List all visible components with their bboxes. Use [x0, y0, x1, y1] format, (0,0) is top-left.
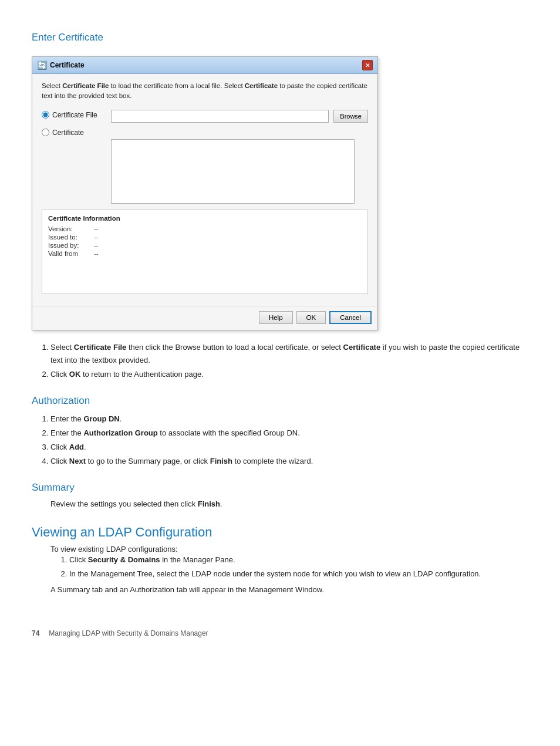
- page-number: 74: [32, 629, 39, 637]
- auth-step-2: Enter the Authorization Group to associa…: [50, 427, 528, 440]
- cert-radio-label[interactable]: Certificate: [42, 127, 106, 137]
- dialog-footer: Help OK Cancel: [32, 306, 377, 330]
- cert-issued-by-label: Issued by:: [48, 242, 90, 249]
- cancel-button[interactable]: Cancel: [329, 311, 372, 324]
- enter-cert-step-1: Select Certificate File then click the B…: [50, 341, 528, 367]
- cert-issued-by-value: --: [94, 242, 99, 249]
- cert-valid-from-label: Valid from: [48, 250, 90, 257]
- cert-valid-from-value: --: [94, 250, 99, 257]
- auth-step-4: Click Next to go to the Summary page, or…: [50, 455, 528, 468]
- summary-heading: Summary: [32, 482, 528, 494]
- cert-file-row: Certificate File Browse: [42, 110, 368, 123]
- cert-radio-row: Certificate: [42, 127, 368, 137]
- cert-version-value: --: [94, 225, 99, 232]
- cert-radio[interactable]: [42, 129, 49, 136]
- browse-button[interactable]: Browse: [333, 110, 368, 123]
- cert-issued-to-label: Issued to:: [48, 234, 90, 241]
- auth-step-3: Click Add.: [50, 441, 528, 454]
- desc-bold2: Certificate: [245, 82, 278, 89]
- cert-issued-to-value: --: [94, 234, 99, 241]
- viewing-ldap-steps: Click Security & Domains in the Manager …: [69, 553, 528, 580]
- enter-cert-steps: Select Certificate File then click the B…: [50, 341, 528, 381]
- cert-file-input-row: Browse: [111, 110, 368, 123]
- page-label: Managing LDAP with Security & Domains Ma…: [49, 629, 208, 637]
- viewing-ldap-outro: A Summary tab and an Authorization tab w…: [50, 585, 528, 594]
- enter-certificate-heading: Enter Certificate: [32, 32, 528, 43]
- close-icon: ✕: [365, 62, 370, 69]
- dialog-title: 🔄 Certificate: [37, 60, 85, 70]
- cert-version-row: Version: --: [48, 225, 362, 232]
- summary-text: Review the settings you selected then cl…: [50, 499, 528, 508]
- dialog-close-button[interactable]: ✕: [362, 60, 373, 70]
- dialog-description: Select Certificate File to load the cert…: [42, 81, 368, 102]
- dialog-title-text: Certificate: [50, 61, 85, 69]
- view-step-1: Click Security & Domains in the Manager …: [69, 553, 528, 566]
- cert-issued-to-row: Issued to: --: [48, 234, 362, 241]
- cert-version-label: Version:: [48, 225, 90, 232]
- cert-file-radio-label[interactable]: Certificate File: [42, 110, 106, 119]
- help-button[interactable]: Help: [259, 311, 293, 324]
- cert-file-label: Certificate File: [52, 111, 97, 119]
- authorization-heading: Authorization: [32, 395, 528, 407]
- cert-textarea-row: Certificate: [42, 127, 368, 204]
- desc-text2: to load the certificate from a local fil…: [109, 82, 244, 89]
- view-step-2: In the Management Tree, select the LDAP …: [69, 568, 528, 580]
- cert-info-title: Certificate Information: [48, 215, 362, 222]
- ok-button[interactable]: OK: [296, 311, 326, 324]
- viewing-ldap-intro: To view existing LDAP configurations:: [50, 545, 528, 553]
- cert-info-section: Certificate Information Version: -- Issu…: [42, 210, 368, 294]
- cert-valid-from-row: Valid from --: [48, 250, 362, 257]
- desc-bold1: Certificate File: [62, 82, 109, 89]
- cert-label: Certificate: [52, 129, 84, 137]
- dialog-body: Select Certificate File to load the cert…: [32, 74, 377, 306]
- enter-cert-step-2: Click OK to return to the Authentication…: [50, 368, 528, 381]
- auth-step-1: Enter the Group DN.: [50, 413, 528, 426]
- cert-issued-by-row: Issued by: --: [48, 242, 362, 249]
- certificate-dialog: 🔄 Certificate ✕ Select Certificate File …: [32, 56, 378, 330]
- viewing-ldap-heading: Viewing an LDAP Configuration: [32, 525, 528, 540]
- dialog-titlebar: 🔄 Certificate ✕: [32, 57, 377, 74]
- cert-file-radio[interactable]: [42, 111, 49, 119]
- viewing-ldap-content: To view existing LDAP configurations: Cl…: [50, 545, 528, 594]
- authorization-steps: Enter the Group DN. Enter the Authorizat…: [50, 413, 528, 468]
- certificate-icon: 🔄: [37, 60, 46, 70]
- cert-file-input[interactable]: [111, 110, 329, 123]
- cert-textarea[interactable]: [111, 139, 355, 204]
- page-footer: 74 Managing LDAP with Security & Domains…: [32, 629, 528, 637]
- desc-text1: Select: [42, 82, 62, 89]
